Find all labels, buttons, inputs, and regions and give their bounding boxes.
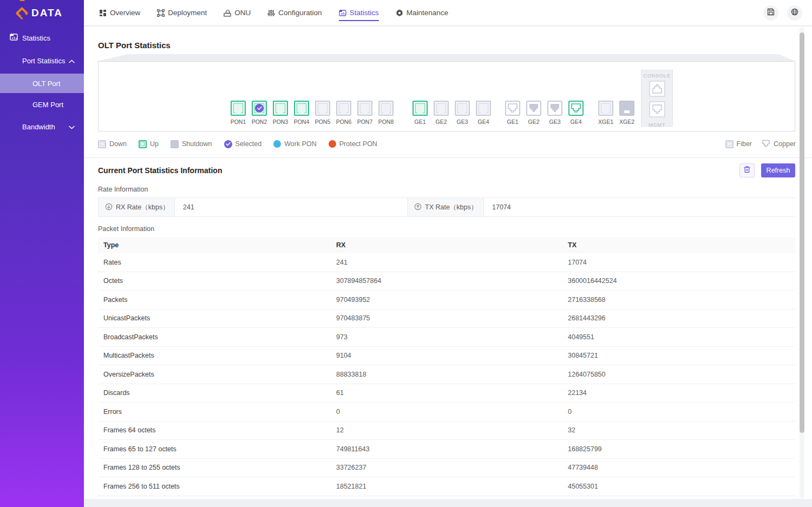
topbar: OverviewDeploymentONUConfigurationStatis…	[84, 0, 812, 26]
sidebar-item-statistics[interactable]: Statistics	[0, 30, 84, 46]
cell-rx: 88833818	[331, 371, 562, 378]
cell-rx: 307894857864	[331, 277, 562, 285]
console-port-icon[interactable]	[649, 81, 665, 99]
cell-tx: 22134	[562, 389, 795, 397]
port-ge-fiber-ge1[interactable]: GE1	[411, 101, 429, 125]
copper-port-icon	[547, 101, 562, 116]
port-pon-pon1[interactable]: PON1	[229, 101, 247, 125]
sidebar-item-gem-port[interactable]: GEM Port	[0, 95, 84, 114]
port-ge-copper-ge4[interactable]: GE4	[567, 101, 585, 125]
console-label: CONSOLE	[644, 73, 671, 78]
sidebar-item-bandwidth[interactable]: Bandwidth	[0, 118, 84, 135]
fiber-port-icon	[273, 101, 288, 116]
cell-rx: 973	[331, 333, 562, 341]
brand-name: DATA	[31, 7, 63, 19]
nav-tab-label: ONU	[234, 9, 251, 17]
port-pon-pon7[interactable]: PON7	[356, 101, 374, 125]
rx-rate-icon	[105, 203, 113, 212]
port-ge-fiber-ge2[interactable]: GE2	[432, 101, 450, 125]
column-header-rx: RX	[331, 241, 562, 249]
brand-diamond-icon	[15, 6, 28, 19]
rate-information-label: Rate Information	[98, 186, 148, 193]
legend-label: Fiber	[737, 140, 752, 148]
page-title: OLT Port Statistics	[98, 41, 171, 50]
port-pon-pon3[interactable]: PON3	[271, 101, 290, 125]
brand-logo: DATA	[0, 0, 84, 26]
vertical-scrollbar-thumb[interactable]	[800, 32, 804, 433]
trash-icon	[743, 166, 751, 175]
fiber-port-icon	[336, 101, 351, 116]
table-row-oversizepackets: OversizePackets888338181264075850	[98, 365, 795, 384]
sidebar-item-port-statistics[interactable]: Port Statistics	[0, 52, 84, 69]
port-label: XGE2	[619, 118, 634, 125]
port-group-ge-fiber: GE1GE2GE3GE4	[411, 101, 493, 125]
port-label: PON6	[336, 118, 352, 125]
table-row-discards: Discards6122134	[98, 384, 795, 403]
cell-rx: 12	[331, 426, 562, 434]
port-ge-copper-ge3[interactable]: GE3	[546, 101, 564, 125]
legend-item-shutdown: Shutdown	[171, 140, 212, 148]
cell-tx: 168825799	[562, 445, 795, 453]
selected-check-icon	[255, 104, 264, 113]
legend-label: Protect PON	[339, 140, 377, 148]
port-state-legend: DownUpShutdownSelectedWork PONProtect PO…	[98, 139, 796, 149]
port-ge-copper-ge2[interactable]: GE2	[525, 101, 543, 125]
port-ge-fiber-ge3[interactable]: GE3	[453, 101, 472, 125]
cell-tx: 1264075850	[562, 371, 795, 378]
save-button[interactable]	[763, 5, 778, 21]
port-pon-pon6[interactable]: PON6	[335, 101, 353, 125]
port-pon-pon4[interactable]: PON4	[292, 101, 311, 125]
port-xge-xge2[interactable]: XGE2	[618, 101, 636, 125]
sidebar-item-olt-port[interactable]: OLT Port	[0, 74, 84, 93]
nav-tab-maintenance[interactable]: Maintenance	[396, 0, 448, 25]
table-row-frames-65-to-127-octets: Frames 65 to 127 octets74981164316882579…	[98, 440, 795, 459]
port-label: GE1	[414, 118, 425, 125]
nav-tab-onu[interactable]: ONU	[224, 0, 251, 25]
port-label: PON8	[378, 118, 394, 125]
nav-tab-label: Maintenance	[407, 9, 448, 17]
legend-label: Shutdown	[182, 140, 212, 148]
nav-tab-statistics[interactable]: Statistics	[339, 0, 379, 25]
legend-label: Selected	[235, 140, 262, 148]
refresh-button[interactable]: Refresh	[761, 163, 795, 177]
nav-tab-deployment[interactable]: Deployment	[157, 0, 207, 25]
cell-rx: 970493952	[331, 296, 562, 304]
port-label: GE3	[456, 118, 468, 125]
nav-tab-overview[interactable]: Overview	[99, 0, 140, 25]
port-pon-pon2[interactable]: PON2	[250, 101, 269, 125]
mgmt-port-icon[interactable]	[649, 101, 665, 120]
fiber-port-icon	[619, 101, 634, 116]
language-button[interactable]	[787, 5, 802, 21]
legend-item-selected: Selected	[224, 140, 262, 148]
cell-type: Errors	[98, 408, 331, 416]
cell-rx: 18521821	[331, 483, 562, 490]
legend-item-down: Down	[98, 140, 127, 148]
frame-icon	[157, 9, 165, 17]
nav-tab-configuration[interactable]: Configuration	[267, 0, 322, 25]
mgmt-label: MGMT	[649, 122, 665, 128]
table-row-broadcastpackets: BroadcastPackets9734049551	[98, 328, 795, 347]
legend-item-fiber: Fiber	[725, 140, 752, 148]
clear-button[interactable]	[739, 163, 755, 177]
port-pon-pon8[interactable]: PON8	[377, 101, 395, 125]
fiber-port-icon	[598, 101, 613, 116]
port-label: GE3	[549, 118, 560, 125]
fiber-port-icon	[294, 101, 309, 116]
cell-rx: 749811643	[331, 445, 562, 453]
table-row-frames-64-octets: Frames 64 octets1232	[98, 422, 795, 440]
packet-information-label: Packet Information	[98, 225, 154, 233]
port-ge-copper-ge1[interactable]: GE1	[503, 101, 522, 125]
port-label: PON2	[252, 118, 267, 125]
port-label: GE4	[477, 118, 489, 125]
port-ge-fiber-ge4[interactable]: GE4	[474, 101, 493, 125]
port-group-ge-copper: GE1GE2GE3GE4	[503, 101, 585, 125]
sidebar-item-label: Bandwidth	[22, 123, 55, 131]
table-header-row: Type RX TX	[98, 237, 795, 253]
rx-rate-label-cell: RX Rate（kbps）	[99, 198, 175, 216]
table-row-multicastpackets: MulticastPackets910430845721	[98, 347, 795, 366]
chevron-down-icon	[69, 123, 75, 131]
port-pon-pon5[interactable]: PON5	[313, 101, 332, 125]
cell-tx: 2681443296	[562, 314, 795, 322]
port-xge-xge1[interactable]: XGE1	[597, 101, 615, 125]
cell-type: MulticastPackets	[98, 352, 331, 359]
